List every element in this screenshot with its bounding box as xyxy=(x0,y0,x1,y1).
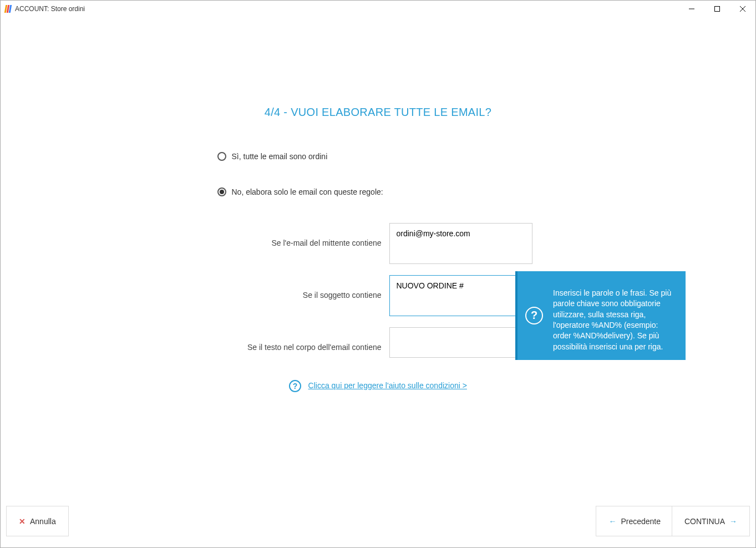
radio-icon xyxy=(217,152,226,161)
cancel-button[interactable]: ✕ Annulla xyxy=(6,506,69,536)
subject-input[interactable] xyxy=(389,275,532,316)
minimize-icon xyxy=(689,6,694,12)
body-input[interactable] xyxy=(389,327,532,358)
radio-label: Sì, tutte le email sono ordini xyxy=(232,152,328,161)
radio-process-rules[interactable]: No, elabora solo le email con queste reg… xyxy=(217,187,539,196)
tooltip-text: Inserisci le parole o le frasi. Se più p… xyxy=(553,288,671,351)
field-subject: Se il soggetto contiene xyxy=(217,275,539,316)
body-label: Se il testo nel corpo dell'email contien… xyxy=(217,327,389,352)
app-window: ACCOUNT: Store ordini 4/4 - VUOI ELABORA… xyxy=(0,0,756,548)
radio-label: No, elabora solo le email con queste reg… xyxy=(232,187,383,196)
help-link[interactable]: Clicca qui per leggere l'aiuto sulle con… xyxy=(308,381,467,390)
field-body: Se il testo nel corpo dell'email contien… xyxy=(217,327,539,358)
help-icon: ? xyxy=(289,380,301,392)
close-icon xyxy=(740,6,745,12)
sender-label: Se l'e-mail del mittente contiene xyxy=(217,223,389,247)
maximize-icon xyxy=(714,6,720,12)
maximize-button[interactable] xyxy=(704,1,730,17)
subject-label: Se il soggetto contiene xyxy=(217,275,389,300)
help-link-row: ? Clicca qui per leggere l'aiuto sulle c… xyxy=(217,380,539,392)
cancel-label: Annulla xyxy=(30,517,56,526)
continue-button[interactable]: CONTINUA → xyxy=(672,506,750,536)
window-controls xyxy=(679,1,755,17)
continue-label: CONTINUA xyxy=(684,517,725,526)
content-area: 4/4 - VUOI ELABORARE TUTTE LE EMAIL? Sì,… xyxy=(1,17,755,547)
subject-tooltip: ? Inserisci le parole o le frasi. Se più… xyxy=(515,271,686,360)
wizard-form: Sì, tutte le email sono ordini No, elabo… xyxy=(217,152,539,392)
close-button[interactable] xyxy=(730,1,755,17)
svg-rect-1 xyxy=(715,7,720,12)
previous-label: Precedente xyxy=(621,517,661,526)
wizard-footer: ✕ Annulla ← Precedente CONTINUA → xyxy=(1,481,755,547)
previous-button[interactable]: ← Precedente xyxy=(596,506,673,536)
radio-process-all[interactable]: Sì, tutte le email sono ordini xyxy=(217,152,539,161)
minimize-button[interactable] xyxy=(679,1,704,17)
titlebar: ACCOUNT: Store ordini xyxy=(1,1,755,17)
arrow-left-icon: ← xyxy=(608,517,616,526)
sender-input[interactable] xyxy=(389,223,532,264)
wizard-step-heading: 4/4 - VUOI ELABORARE TUTTE LE EMAIL? xyxy=(1,106,755,119)
tooltip-help-icon: ? xyxy=(525,307,543,324)
arrow-right-icon: → xyxy=(729,517,737,526)
radio-icon xyxy=(217,187,226,196)
field-sender: Se l'e-mail del mittente contiene xyxy=(217,223,539,264)
app-logo-icon xyxy=(5,5,12,13)
window-title: ACCOUNT: Store ordini xyxy=(15,5,85,13)
cancel-x-icon: ✕ xyxy=(19,517,26,526)
